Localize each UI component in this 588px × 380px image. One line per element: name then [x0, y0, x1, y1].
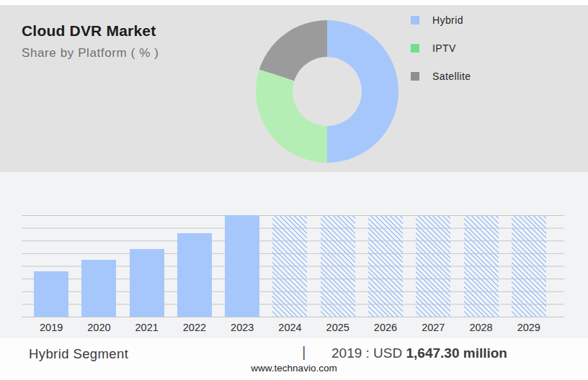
bar-2027: [416, 215, 450, 317]
donut-hole: [293, 57, 362, 126]
legend-item-iptv: IPTV: [411, 43, 471, 53]
legend-label: IPTV: [432, 42, 456, 54]
market-value-prefix: 2019 : USD: [331, 345, 406, 361]
segment-label: Hybrid Segment: [29, 346, 128, 362]
x-tick-label-2027: 2027: [409, 322, 457, 333]
x-tick-label-2021: 2021: [123, 322, 171, 333]
bar-column-2028: [457, 215, 504, 317]
bar-column-2020: [75, 215, 122, 317]
bar-2026: [368, 215, 403, 317]
divider-bar: |: [302, 343, 306, 361]
bar-column-2021: [123, 215, 171, 317]
bar-column-2029: [505, 215, 553, 317]
bar-column-2027: [409, 215, 457, 317]
bar-chart-section: 2019202020212022202320242025202620272028…: [0, 172, 588, 338]
bar-column-2024: [266, 215, 313, 317]
bar-column-2025: [314, 215, 362, 317]
bar-2021: [130, 249, 164, 317]
bar-column-2022: [171, 215, 218, 317]
bar-2019: [34, 271, 68, 317]
bar-labels: 2019202020212022202320242025202620272028…: [27, 322, 553, 333]
bar-2024: [272, 215, 307, 317]
bar-2028: [464, 215, 499, 317]
legend-item-satellite: Satellite: [411, 71, 471, 81]
donut-chart: [256, 20, 398, 163]
market-value: 2019 : USD 1,647.30 million: [331, 345, 507, 361]
bar-2025: [321, 215, 355, 317]
x-tick-label-2029: 2029: [505, 322, 553, 333]
legend-swatch-icon: [411, 44, 419, 53]
x-tick-label-2022: 2022: [171, 322, 218, 333]
title-block: Cloud DVR Market Share by Platform ( % ): [22, 22, 159, 60]
footnote-strip: Hybrid Segment | 2019 : USD 1,647.30 mil…: [0, 338, 588, 380]
bar-column-2026: [362, 215, 409, 317]
legend-item-hybrid: Hybrid: [411, 15, 471, 25]
bar-2029: [512, 215, 546, 317]
x-tick-label-2028: 2028: [457, 322, 504, 333]
page-subtitle: Share by Platform ( % ): [22, 46, 159, 60]
x-tick-label-2019: 2019: [27, 322, 75, 333]
x-tick-label-2024: 2024: [266, 322, 313, 333]
market-value-amount: 1,647.30 million: [406, 345, 507, 361]
donut-legend: HybridIPTVSatellite: [411, 15, 471, 99]
bars: [27, 215, 553, 317]
bar-column-2019: [27, 215, 75, 317]
bar-2020: [81, 260, 116, 317]
bar-2023: [225, 215, 259, 317]
donut-section: Cloud DVR Market Share by Platform ( % )…: [0, 5, 588, 172]
x-tick-label-2025: 2025: [314, 322, 362, 333]
bar-2022: [177, 233, 212, 317]
bar-column-2023: [218, 215, 266, 317]
legend-label: Satellite: [432, 71, 471, 82]
x-tick-label-2026: 2026: [362, 322, 409, 333]
bar-chart-plot: [22, 215, 564, 317]
website-url: www.technavio.com: [0, 363, 588, 374]
legend-swatch-icon: [411, 72, 419, 81]
legend-swatch-icon: [411, 16, 419, 24]
page-title: Cloud DVR Market: [22, 22, 159, 40]
x-tick-label-2023: 2023: [218, 322, 266, 333]
legend-label: Hybrid: [432, 14, 463, 26]
infographic: Cloud DVR Market Share by Platform ( % )…: [0, 0, 588, 380]
x-tick-label-2020: 2020: [75, 322, 122, 333]
